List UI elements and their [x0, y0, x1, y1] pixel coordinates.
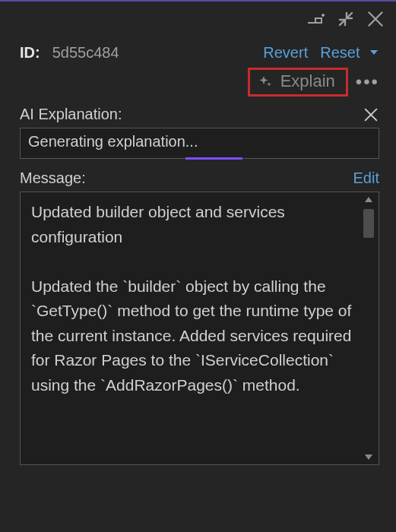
ai-explanation-label: AI Explanation: — [20, 106, 122, 123]
progress-bar — [21, 157, 379, 160]
more-options-icon[interactable]: ••• — [356, 73, 379, 91]
scroll-up-icon[interactable] — [362, 195, 375, 204]
message-header: Message: Edit — [3, 162, 396, 192]
id-label: ID: — [20, 44, 40, 62]
svg-marker-12 — [365, 454, 372, 460]
panel-toolbar — [3, 5, 396, 36]
explain-row: Explain ••• — [3, 65, 396, 104]
svg-rect-1 — [315, 18, 322, 23]
chevron-down-icon — [369, 47, 379, 58]
scroll-thumb[interactable] — [363, 209, 374, 238]
explain-button[interactable]: Explain — [248, 68, 348, 97]
ai-explanation-status: Generating explanation... — [28, 133, 198, 150]
collapse-icon[interactable] — [337, 10, 355, 28]
message-label: Message: — [20, 169, 86, 187]
close-explanation-icon[interactable] — [363, 106, 379, 123]
close-panel-icon[interactable] — [366, 9, 385, 29]
sparkle-icon — [258, 74, 273, 89]
auto-hide-icon[interactable] — [306, 14, 326, 24]
revert-button[interactable]: Revert — [263, 44, 308, 62]
message-body: Updated builder object and services conf… — [21, 192, 379, 464]
edit-button[interactable]: Edit — [353, 169, 379, 187]
reset-button[interactable]: Reset — [320, 44, 379, 62]
id-value: 5d55c484 — [52, 44, 119, 62]
svg-marker-8 — [370, 50, 378, 55]
reset-label: Reset — [320, 44, 360, 61]
commit-header: ID: 5d55c484 Revert Reset — [3, 36, 396, 65]
message-box: Updated builder object and services conf… — [20, 192, 379, 465]
scrollbar[interactable] — [362, 195, 375, 461]
ai-explanation-box: Generating explanation... — [20, 128, 379, 159]
scroll-down-icon[interactable] — [362, 452, 375, 461]
svg-marker-11 — [365, 197, 372, 202]
explain-label: Explain — [280, 71, 335, 91]
ai-explanation-header: AI Explanation: — [3, 104, 396, 128]
